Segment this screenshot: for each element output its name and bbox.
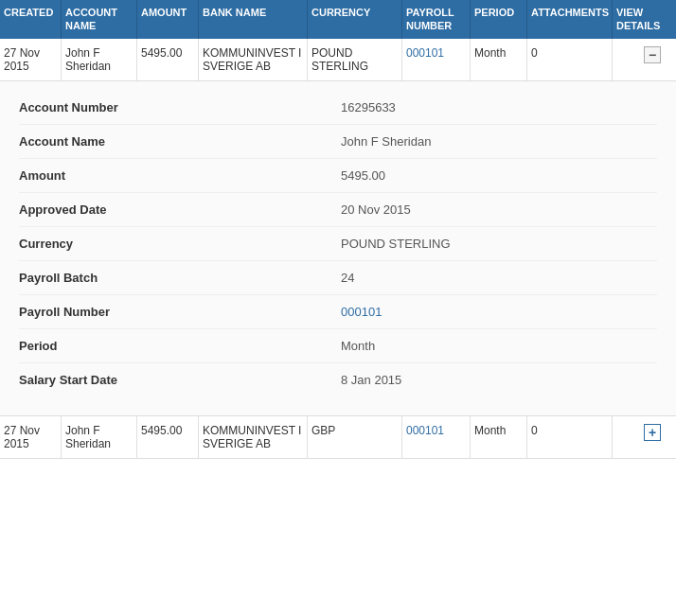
- detail-row-currency: Currency POUND STERLING: [19, 227, 657, 261]
- detail-label-account-name: Account Name: [19, 134, 341, 149]
- row1-attachments: 0: [527, 39, 613, 80]
- detail-row-account-name: Account Name John F Sheridan: [19, 125, 657, 159]
- row2-attachments: 0: [527, 416, 613, 458]
- detail-label-amount: Amount: [19, 168, 341, 183]
- col-payroll-number: PAYROLL NUMBER: [402, 0, 471, 39]
- row2-created: 27 Nov 2015: [0, 416, 62, 458]
- detail-label-payroll-number: Payroll Number: [19, 305, 341, 319]
- detail-label-currency: Currency: [19, 237, 341, 251]
- detail-label-approved-date: Approved Date: [19, 202, 341, 217]
- col-amount: AMOUNT: [137, 0, 199, 39]
- row2-amount: 5495.00: [137, 416, 199, 458]
- detail-value-payroll-number: 000101: [341, 305, 382, 319]
- row1-account-name: John F Sheridan: [62, 39, 137, 80]
- col-currency: CURRENCY: [308, 0, 402, 39]
- row2-payroll-number: 000101: [402, 416, 471, 458]
- detail-row-account-number: Account Number 16295633: [19, 91, 657, 125]
- row2-bank-name: KOMMUNINVEST I SVERIGE AB: [199, 416, 308, 458]
- table-row-1: 27 Nov 2015 John F Sheridan 5495.00 KOMM…: [0, 39, 676, 81]
- table-header: CREATED ACCOUNT NAME AMOUNT BANK NAME CU…: [0, 0, 676, 39]
- row1-created: 27 Nov 2015: [0, 39, 62, 80]
- row2-expand-button[interactable]: +: [644, 424, 661, 441]
- row1-bank-name: KOMMUNINVEST I SVERIGE AB: [199, 39, 308, 80]
- detail-value-payroll-batch: 24: [341, 271, 354, 285]
- row1-toggle-cell: −: [613, 39, 665, 80]
- detail-row-approved-date: Approved Date 20 Nov 2015: [19, 193, 657, 227]
- row2-account-name: John F Sheridan: [62, 416, 137, 458]
- detail-label-salary-start-date: Salary Start Date: [19, 373, 341, 387]
- col-account-name: ACCOUNT NAME: [62, 0, 137, 39]
- detail-value-currency: POUND STERLING: [341, 237, 451, 251]
- detail-panel: Account Number 16295633 Account Name Joh…: [0, 81, 676, 416]
- row2-period: Month: [471, 416, 527, 458]
- detail-row-salary-start-date: Salary Start Date 8 Jan 2015: [19, 363, 657, 396]
- col-period: PERIOD: [471, 0, 527, 39]
- detail-label-payroll-batch: Payroll Batch: [19, 271, 341, 285]
- row2-toggle-cell: +: [613, 416, 665, 458]
- col-view-details: VIEW DETAILS: [613, 0, 665, 39]
- detail-label-period: Period: [19, 339, 341, 353]
- detail-value-account-number: 16295633: [341, 100, 396, 114]
- detail-value-amount: 5495.00: [341, 168, 385, 183]
- detail-row-payroll-number: Payroll Number 000101: [19, 295, 657, 329]
- row1-currency: POUND STERLING: [308, 39, 402, 80]
- detail-value-period: Month: [341, 339, 375, 353]
- col-attachments: ATTACHMENTS: [527, 0, 613, 39]
- detail-value-approved-date: 20 Nov 2015: [341, 202, 411, 217]
- row1-amount: 5495.00: [137, 39, 199, 80]
- detail-value-account-name: John F Sheridan: [341, 134, 431, 149]
- detail-value-salary-start-date: 8 Jan 2015: [341, 373, 401, 387]
- detail-row-amount: Amount 5495.00: [19, 159, 657, 193]
- detail-row-payroll-batch: Payroll Batch 24: [19, 261, 657, 295]
- table-row-2: 27 Nov 2015 John F Sheridan 5495.00 KOMM…: [0, 416, 676, 459]
- row1-payroll-number: 000101: [402, 39, 471, 80]
- row1-period: Month: [471, 39, 527, 80]
- detail-label-account-number: Account Number: [19, 100, 341, 114]
- detail-row-period: Period Month: [19, 329, 657, 363]
- row2-currency: GBP: [308, 416, 402, 458]
- col-created: CREATED: [0, 0, 62, 39]
- col-bank-name: BANK NAME: [199, 0, 308, 39]
- row1-collapse-button[interactable]: −: [644, 46, 661, 63]
